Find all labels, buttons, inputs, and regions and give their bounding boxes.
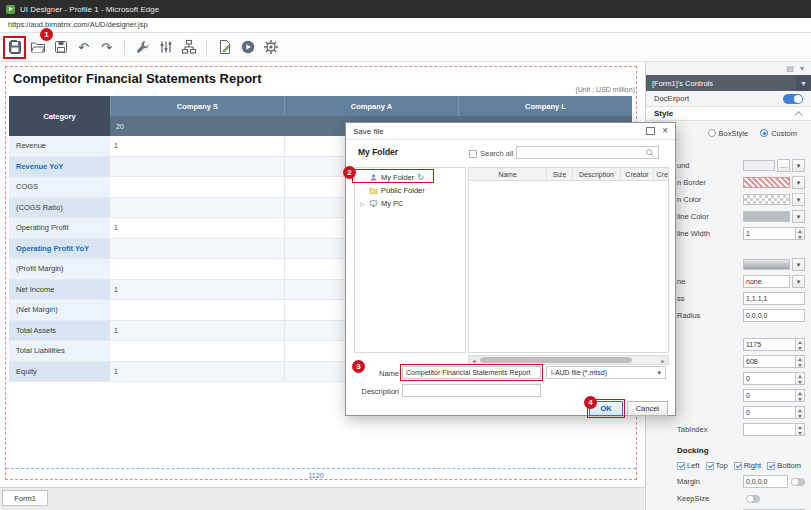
search-all-checkbox[interactable]: Search all: [469, 149, 513, 158]
settings-button[interactable]: [260, 37, 281, 58]
cancel-button[interactable]: Cancel: [627, 401, 668, 416]
save-all-button[interactable]: [50, 37, 71, 58]
maximize-icon[interactable]: [646, 127, 655, 135]
url-bar[interactable]: https://aud.bimatrix.com/AUD/designer.js…: [0, 18, 811, 33]
header-category: Category: [9, 96, 110, 136]
spinner-buttons[interactable]: [796, 338, 805, 351]
docexport-label: DocExport: [654, 94, 783, 103]
refresh-icon[interactable]: [417, 173, 424, 182]
tab-form1[interactable]: Form1: [2, 490, 48, 506]
spinner-buttons[interactable]: [796, 372, 805, 385]
radio-icon: [760, 129, 768, 137]
computer-icon: [369, 199, 378, 208]
spinner-buttons[interactable]: [796, 406, 805, 419]
style-section-header[interactable]: Style: [646, 106, 811, 121]
dropdown-button[interactable]: [792, 210, 805, 223]
margin-toggle[interactable]: [791, 478, 805, 486]
search-input[interactable]: [516, 146, 659, 159]
sliders-icon: [158, 39, 174, 55]
scroll-right-icon[interactable]: [658, 356, 668, 364]
column-size[interactable]: Size: [547, 168, 573, 180]
sitemap-button[interactable]: [178, 37, 199, 58]
number-field[interactable]: 0: [743, 389, 796, 402]
close-icon[interactable]: [662, 127, 668, 135]
report-title: Competitor Financial Statements Report: [13, 71, 261, 86]
checkbox-dock-top[interactable]: Top: [706, 461, 728, 470]
panel-dock-icon[interactable]: [786, 64, 794, 73]
spinner-buttons[interactable]: [796, 389, 805, 402]
dropdown-button[interactable]: [792, 275, 805, 288]
number-field[interactable]: 0: [743, 372, 796, 385]
dropdown-field[interactable]: none: [743, 275, 790, 288]
horizontal-scrollbar[interactable]: [468, 355, 669, 365]
chevron-down-icon: [796, 75, 811, 91]
radio-boxstyle[interactable]: BoxStyle: [708, 129, 749, 138]
checkbox-dock-right[interactable]: Right: [734, 461, 762, 470]
column-name[interactable]: Name: [469, 168, 547, 180]
spinner-buttons[interactable]: [796, 423, 805, 436]
redo-button[interactable]: [96, 37, 117, 58]
dropdown-button[interactable]: [792, 159, 805, 172]
checkbox-dock-bottom[interactable]: Bottom: [767, 461, 801, 470]
checkbox-icon: [767, 462, 775, 470]
radio-custom[interactable]: Custom: [760, 129, 797, 138]
run-button[interactable]: [237, 37, 258, 58]
checkbox-dock-left[interactable]: Left: [677, 461, 700, 470]
gradient-swatch[interactable]: [743, 259, 790, 270]
column-create-date[interactable]: Create D...: [654, 168, 669, 180]
expander-icon[interactable]: [360, 200, 366, 207]
spinner-buttons[interactable]: [796, 355, 805, 368]
panel-menu-icon[interactable]: [800, 64, 804, 73]
number-field[interactable]: 608: [743, 355, 796, 368]
tree-item-my-pc[interactable]: My PC: [355, 197, 465, 210]
undo-button[interactable]: [73, 37, 94, 58]
tree-item-public-folder[interactable]: Public Folder: [355, 184, 465, 197]
chevron-down-icon: [657, 369, 661, 377]
form-width-marker: 1120: [0, 472, 632, 479]
number-field[interactable]: 1175: [743, 338, 796, 351]
radio-icon: [708, 129, 716, 137]
column-description[interactable]: Description: [573, 168, 621, 180]
annotation-step-1: 1: [40, 28, 53, 41]
gray-color-swatch[interactable]: [743, 211, 790, 222]
dropdown-button[interactable]: [792, 258, 805, 271]
tree-item-my-folder[interactable]: My Folder: [355, 171, 465, 184]
picker-ellipsis-button[interactable]: [777, 159, 790, 172]
filename-input[interactable]: Competitor Financial Statements Report: [402, 366, 541, 379]
number-field[interactable]: [743, 423, 796, 436]
controls-selector[interactable]: [Form1]'s Controls: [646, 75, 811, 91]
name-label: Name: [366, 369, 399, 378]
number-field[interactable]: 1: [743, 227, 796, 240]
dropdown-button[interactable]: [792, 176, 805, 189]
text-field[interactable]: 0,0,0,0: [743, 309, 805, 322]
transparent-color-swatch[interactable]: [743, 194, 790, 205]
toolbar-divider: [124, 40, 125, 55]
app-favicon: [6, 5, 15, 14]
header-company-l: Company L: [458, 96, 632, 116]
border-swatch[interactable]: [743, 177, 790, 188]
new-document-button[interactable]: [4, 37, 25, 58]
docking-section-header: Docking: [646, 442, 811, 458]
dialog-title: Save file: [353, 127, 646, 136]
tools-button[interactable]: [132, 37, 153, 58]
description-input[interactable]: [402, 384, 541, 397]
docexport-toggle[interactable]: [783, 94, 803, 104]
annotation-step-2: 2: [343, 166, 356, 179]
sliders-button[interactable]: [155, 37, 176, 58]
dropdown-button[interactable]: [792, 193, 805, 206]
file-type-select[interactable]: i-AUD file (*.mtsd): [546, 366, 666, 379]
edit-document-button[interactable]: [214, 37, 235, 58]
number-field[interactable]: 0: [743, 406, 796, 419]
spinner-buttons[interactable]: [796, 227, 805, 240]
edit-document-icon: [217, 39, 233, 55]
dialog-titlebar: Save file: [346, 123, 675, 140]
text-field[interactable]: 1,1,1,1: [743, 292, 805, 305]
gear-icon: [263, 39, 279, 55]
scrollbar-thumb[interactable]: [480, 357, 632, 363]
margin-field[interactable]: 0,0,0,0: [743, 475, 788, 488]
panel-minibar: [646, 62, 811, 75]
color-swatch[interactable]: [743, 160, 775, 171]
column-creator[interactable]: Creator: [621, 168, 654, 180]
keepsize-toggle[interactable]: [746, 495, 760, 503]
scroll-left-icon[interactable]: [469, 356, 479, 364]
